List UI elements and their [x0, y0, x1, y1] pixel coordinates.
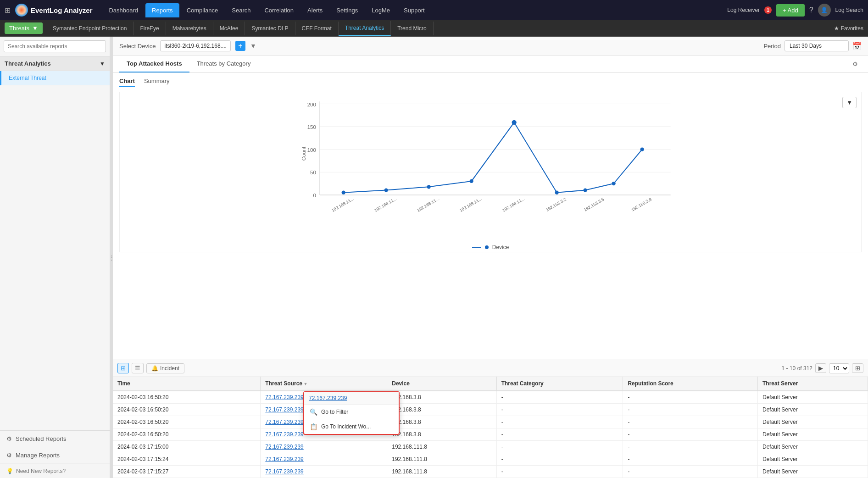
- col-header-threat-server[interactable]: Threat Server: [757, 377, 868, 391]
- sub-tab-threat-analytics[interactable]: Threat Analytics: [339, 21, 391, 36]
- threat-source-link[interactable]: 72.167.239.239: [265, 468, 303, 475]
- chart-view-tabs: Chart Summary: [119, 78, 862, 87]
- nav-logme[interactable]: LogMe: [365, 3, 396, 17]
- sidebar-item-external-threat[interactable]: External Threat: [0, 71, 110, 85]
- search-log-link[interactable]: Log Search: [835, 7, 863, 13]
- col-header-threat-source[interactable]: Threat Source: [261, 377, 387, 391]
- log-receiver-label: Log Receiver: [727, 7, 760, 13]
- svg-point-16: [470, 179, 473, 183]
- add-button[interactable]: + Add: [776, 4, 805, 17]
- svg-text:200: 200: [307, 102, 316, 107]
- user-avatar[interactable]: 👤: [818, 4, 831, 17]
- incident-button[interactable]: 🔔 Incident: [146, 363, 184, 373]
- threats-chevron-icon: ▼: [32, 25, 38, 32]
- threat-source-link[interactable]: 72.167.239.239: [265, 456, 303, 462]
- context-menu-header-link[interactable]: 72.167.239.239: [304, 392, 399, 405]
- cell-threat-category: -: [496, 466, 623, 478]
- export-button[interactable]: ⊞: [852, 363, 863, 373]
- cell-threat-category: -: [496, 428, 623, 441]
- need-new-reports[interactable]: 💡 Need New Reports?: [0, 464, 110, 478]
- sub-tab-symantec-dlp[interactable]: Symantec DLP: [245, 22, 295, 35]
- sub-tab-trend-micro[interactable]: Trend Micro: [391, 22, 434, 35]
- col-header-device[interactable]: Device: [387, 377, 496, 391]
- nav-alerts[interactable]: Alerts: [301, 3, 329, 17]
- cell-threat-server: Default Server: [757, 428, 868, 441]
- threat-source-link[interactable]: 72.167.239.239: [265, 406, 303, 413]
- legend-line-icon: [472, 247, 481, 248]
- sidebar-bottom: ⚙ Scheduled Reports ⚙ Manage Reports 💡 N…: [0, 430, 110, 478]
- next-page-button[interactable]: ▶: [815, 363, 826, 373]
- cell-device: 192.168.3.8: [387, 428, 496, 441]
- chart-dropdown[interactable]: ▼: [842, 97, 857, 108]
- rows-per-page-select[interactable]: 10 25 50: [829, 363, 849, 373]
- list-view-button[interactable]: ☰: [132, 363, 144, 373]
- sub-tab-cef[interactable]: CEF Format: [295, 22, 339, 35]
- sub-tab-mcafee[interactable]: McAfee: [213, 22, 245, 35]
- scheduled-reports-link[interactable]: ⚙ Scheduled Reports: [0, 431, 110, 447]
- threats-dropdown[interactable]: Threats ▼: [5, 22, 43, 34]
- col-header-reputation-score[interactable]: Reputation Score: [623, 377, 758, 391]
- svg-text:192.168.11...: 192.168.11...: [501, 196, 525, 213]
- search-reports-input[interactable]: [4, 40, 106, 52]
- manage-reports-link[interactable]: ⚙ Manage Reports: [0, 447, 110, 464]
- nav-compliance[interactable]: Compliance: [180, 3, 225, 17]
- grid-icon[interactable]: ⊞: [5, 6, 11, 15]
- cell-reputation-score: -: [623, 416, 758, 428]
- cell-threat-category: -: [496, 416, 623, 428]
- cell-threat-server: Default Server: [757, 391, 868, 404]
- filter-icon[interactable]: ▼: [250, 42, 256, 50]
- svg-text:0: 0: [313, 193, 316, 198]
- nav-right: Log Receiver 1 + Add ? 👤 Log Search: [727, 4, 863, 17]
- top-navigation: ⊞ EventLog Analyzer Dashboard Reports Co…: [0, 0, 868, 20]
- chart-view-tab-chart[interactable]: Chart: [119, 78, 135, 87]
- calendar-icon[interactable]: 📅: [852, 42, 862, 50]
- report-tab-by-category[interactable]: Threats by Category: [189, 56, 258, 72]
- nav-dashboard[interactable]: Dashboard: [102, 3, 145, 17]
- device-bar: Select Device itsl360-2k19-6,192.168....…: [113, 37, 868, 56]
- threat-source-link[interactable]: 72.167.239.239: [265, 419, 303, 425]
- threat-source-link[interactable]: 72.167.239.239: [265, 394, 303, 400]
- nav-support[interactable]: Support: [397, 3, 431, 17]
- nav-reports[interactable]: Reports: [145, 3, 179, 17]
- cell-reputation-score: -: [623, 441, 758, 453]
- svg-point-14: [384, 188, 388, 192]
- add-device-button[interactable]: +: [235, 41, 245, 51]
- table-row: 2024-02-03 17:15:00 72.167.239.239 192.1…: [113, 441, 868, 453]
- report-tab-top-attacked[interactable]: Top Attacked Hosts: [119, 56, 189, 72]
- threat-source-link[interactable]: 72.167.239.239: [265, 444, 303, 450]
- cell-device: 192.168.3.8: [387, 391, 496, 404]
- main-layout: Threat Analytics ▼ External Threat ⚙ Sch…: [0, 37, 868, 478]
- chart-view-tab-summary[interactable]: Summary: [144, 78, 170, 87]
- cell-threat-category: -: [496, 391, 623, 404]
- sub-tab-malwarebytes[interactable]: Malwarebytes: [166, 22, 213, 35]
- svg-point-21: [640, 148, 644, 151]
- cell-time: 2024-02-03 17:15:24: [113, 453, 261, 466]
- nav-correlation[interactable]: Correlation: [258, 3, 300, 17]
- col-header-time[interactable]: Time: [113, 377, 261, 391]
- favorites-button[interactable]: ★ Favorites: [834, 25, 863, 32]
- manage-reports-label: Manage Reports: [16, 452, 60, 459]
- context-menu-go-to-incident[interactable]: 📋 Go To Incident Wo...: [304, 419, 399, 434]
- period-selector[interactable]: Last 30 Days: [785, 40, 849, 51]
- threat-source-link[interactable]: 72.167.239.239: [265, 431, 303, 438]
- device-selector[interactable]: itsl360-2k19-6,192.168....: [160, 40, 230, 51]
- chart-section: Chart Summary ▼ 200 150 100 50 0 Count: [113, 73, 868, 360]
- incident-icon-context: 📋: [310, 423, 317, 430]
- cell-reputation-score: -: [623, 404, 758, 416]
- col-header-threat-category[interactable]: Threat Category: [496, 377, 623, 391]
- nav-settings[interactable]: Settings: [330, 3, 364, 17]
- grid-view-button[interactable]: ⊞: [117, 363, 129, 373]
- sub-tabs-bar: Threats ▼ Symantec Endpoint Protection F…: [0, 20, 868, 37]
- nav-search[interactable]: Search: [225, 3, 257, 17]
- context-menu: 72.167.239.239 🔍 Go to Filter 📋 Go To In…: [303, 391, 400, 435]
- svg-point-13: [342, 191, 345, 195]
- table-row: 2024-02-03 16:50:20 72.167.239.239 192.1…: [113, 428, 868, 441]
- sidebar-section-threat-analytics[interactable]: Threat Analytics ▼: [0, 56, 110, 71]
- svg-point-19: [584, 188, 587, 192]
- sub-tab-fireeye[interactable]: FireEye: [134, 22, 166, 35]
- help-icon[interactable]: ?: [809, 6, 813, 14]
- sub-tab-symantec-ep[interactable]: Symantec Endpoint Protection: [46, 22, 134, 35]
- settings-gear-icon[interactable]: ⚙: [849, 57, 862, 71]
- context-menu-go-to-filter[interactable]: 🔍 Go to Filter: [304, 405, 399, 419]
- brand: EventLog Analyzer: [15, 4, 92, 17]
